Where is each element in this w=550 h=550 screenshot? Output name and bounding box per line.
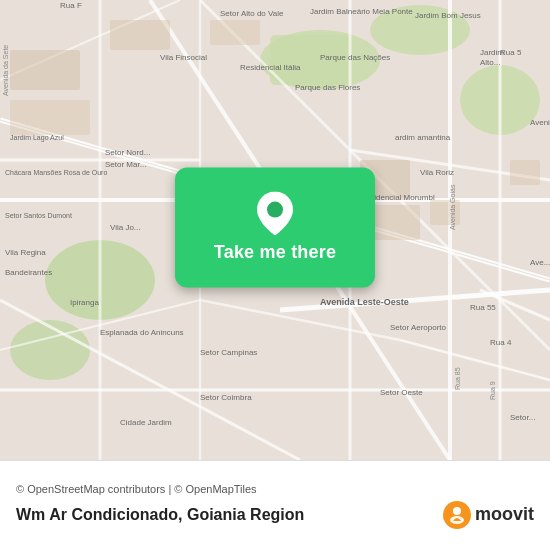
- svg-text:Vila Finsocial: Vila Finsocial: [160, 53, 207, 62]
- svg-text:Jardim Bom Jesus: Jardim Bom Jesus: [415, 11, 481, 20]
- svg-text:Parque das Flores: Parque das Flores: [295, 83, 360, 92]
- svg-rect-27: [10, 50, 80, 90]
- svg-text:Rua F: Rua F: [60, 1, 82, 10]
- moovit-logo: moovit: [443, 501, 534, 529]
- svg-text:Avenida Goiás: Avenida Goiás: [449, 184, 456, 230]
- svg-text:Setor Mar...: Setor Mar...: [105, 160, 146, 169]
- svg-rect-34: [510, 160, 540, 185]
- svg-text:Rua 5: Rua 5: [500, 48, 522, 57]
- svg-text:Rua 55: Rua 55: [470, 303, 496, 312]
- svg-text:Vila Jo...: Vila Jo...: [110, 223, 141, 232]
- svg-text:Bandeirantes: Bandeirantes: [5, 268, 52, 277]
- svg-rect-30: [210, 20, 260, 45]
- map-container: Setor Alto do Vale Jardim Balneário Meia…: [0, 0, 550, 460]
- svg-text:Ave...: Ave...: [530, 258, 550, 267]
- svg-point-77: [453, 507, 461, 515]
- moovit-icon: [443, 501, 471, 529]
- bottom-bar: © OpenStreetMap contributors | © OpenMap…: [0, 460, 550, 550]
- svg-text:Setor Alto do Vale: Setor Alto do Vale: [220, 9, 284, 18]
- svg-text:Parque das Nações: Parque das Nações: [320, 53, 390, 62]
- svg-text:Vila Regina: Vila Regina: [5, 248, 46, 257]
- svg-text:Setor Aeroporto: Setor Aeroporto: [390, 323, 447, 332]
- action-card[interactable]: Take me there: [175, 168, 375, 288]
- svg-point-6: [10, 320, 90, 380]
- moovit-text: moovit: [475, 504, 534, 525]
- svg-text:Residencial Itália: Residencial Itália: [240, 63, 301, 72]
- svg-text:Setor Oeste: Setor Oeste: [380, 388, 423, 397]
- svg-text:Chácara Mansões Rosa de Ouro: Chácara Mansões Rosa de Ouro: [5, 169, 107, 176]
- svg-rect-29: [110, 20, 170, 50]
- svg-text:Vila Roriz: Vila Roriz: [420, 168, 454, 177]
- svg-text:Cidade Jardim: Cidade Jardim: [120, 418, 172, 427]
- svg-text:Alto...: Alto...: [480, 58, 500, 67]
- svg-text:Avenid: Avenid: [530, 118, 550, 127]
- svg-text:Avenida Leste-Oeste: Avenida Leste-Oeste: [320, 297, 409, 307]
- svg-text:Setor Coimbra: Setor Coimbra: [200, 393, 252, 402]
- place-info-row: Wm Ar Condicionado, Goiania Region moovi…: [16, 501, 534, 529]
- svg-point-74: [267, 201, 283, 217]
- svg-text:Rua 85: Rua 85: [454, 367, 461, 390]
- svg-text:Setor...: Setor...: [510, 413, 535, 422]
- svg-text:Esplanada do Anincuns: Esplanada do Anincuns: [100, 328, 184, 337]
- svg-text:Setor Santos Dumont: Setor Santos Dumont: [5, 212, 72, 219]
- svg-text:Jardim Lago Azul: Jardim Lago Azul: [10, 134, 64, 142]
- svg-rect-28: [10, 100, 90, 135]
- svg-text:Rua 4: Rua 4: [490, 338, 512, 347]
- take-me-there-button[interactable]: Take me there: [214, 241, 336, 262]
- svg-text:ardim amantina: ardim amantina: [395, 133, 451, 142]
- place-name: Wm Ar Condicionado, Goiania Region: [16, 506, 304, 524]
- map-attribution: © OpenStreetMap contributors | © OpenMap…: [16, 483, 534, 495]
- svg-text:Rua 9: Rua 9: [489, 381, 496, 400]
- location-pin-icon: [255, 193, 295, 233]
- svg-text:Avenida da Sete: Avenida da Sete: [2, 45, 9, 96]
- svg-text:Ipiranga: Ipiranga: [70, 298, 99, 307]
- svg-text:Setor Nord...: Setor Nord...: [105, 148, 150, 157]
- svg-text:Jardim Balneário Meia Ponte: Jardim Balneário Meia Ponte: [310, 7, 413, 16]
- svg-text:Setor Campinas: Setor Campinas: [200, 348, 257, 357]
